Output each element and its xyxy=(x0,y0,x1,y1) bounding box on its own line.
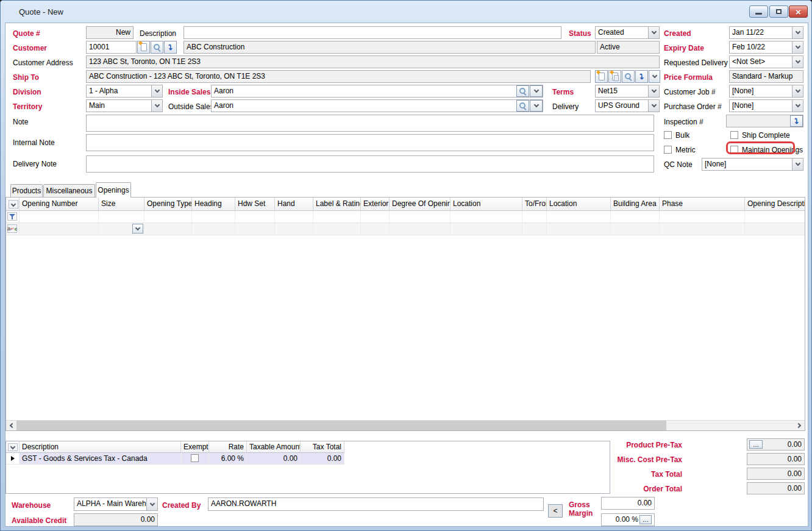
tax-description-cell[interactable]: GST - Goods & Services Tax - Canada xyxy=(20,453,181,465)
column-header[interactable]: Location xyxy=(547,198,611,211)
column-header[interactable]: Opening Number xyxy=(20,198,99,211)
tab-openings[interactable]: Openings xyxy=(96,182,131,198)
column-header[interactable]: Exterior xyxy=(361,198,390,211)
chevron-down-icon[interactable] xyxy=(151,100,162,112)
tax-row[interactable]: GST - Goods & Services Tax - Canada 6.00… xyxy=(6,453,610,465)
tax-exempt-cell[interactable] xyxy=(181,453,209,465)
minimize-button[interactable] xyxy=(749,5,768,18)
chevron-down-icon[interactable] xyxy=(648,85,659,97)
exempt-checkbox[interactable] xyxy=(191,454,199,462)
outside-sales-search-button[interactable] xyxy=(516,100,529,112)
filter-cell[interactable] xyxy=(745,211,805,223)
customer-new-button[interactable] xyxy=(137,41,150,54)
new-item-row[interactable]: a↵c xyxy=(6,223,805,235)
inside-sales-search-button[interactable] xyxy=(516,85,529,97)
new-row-cell[interactable] xyxy=(660,223,745,235)
ship-to-goto-button[interactable]: ↩ xyxy=(635,70,648,83)
qc-note-dropdown[interactable]: [None] xyxy=(702,158,803,171)
customer-job-dropdown[interactable]: [None] xyxy=(729,85,803,98)
new-row-cell[interactable] xyxy=(547,223,611,235)
outside-sales-input[interactable]: Aaron xyxy=(211,99,543,112)
division-dropdown[interactable]: 1 - Alpha xyxy=(86,85,163,98)
column-header[interactable]: Size xyxy=(99,198,144,211)
filter-cell[interactable] xyxy=(313,211,361,223)
new-row-cell[interactable] xyxy=(275,223,313,235)
column-header[interactable]: Hand xyxy=(275,198,313,211)
column-header[interactable]: Label & Rating xyxy=(313,198,361,211)
new-row-cell[interactable] xyxy=(361,223,390,235)
tax-column-chooser-button[interactable] xyxy=(6,441,20,453)
filter-cell[interactable] xyxy=(192,211,235,223)
gross-margin-amount-field[interactable]: 0.00 xyxy=(601,497,655,510)
new-row-cell[interactable] xyxy=(235,223,275,235)
chevron-down-icon[interactable] xyxy=(151,85,162,97)
new-row-cell[interactable] xyxy=(390,223,451,235)
column-header[interactable]: Degree Of Opening xyxy=(390,198,451,211)
new-row-cell[interactable] xyxy=(611,223,660,235)
inside-sales-input[interactable]: Aaron xyxy=(211,85,543,98)
expiry-date-dropdown[interactable]: Feb 10/22 xyxy=(729,41,803,54)
gross-margin-collapse-button[interactable]: < xyxy=(548,504,563,518)
column-header[interactable]: Hdw Set xyxy=(235,198,275,211)
new-row-cell[interactable] xyxy=(745,223,805,235)
chevron-down-icon[interactable] xyxy=(792,85,803,97)
filter-cell[interactable] xyxy=(660,211,745,223)
filter-cell[interactable] xyxy=(275,211,313,223)
new-row-cell[interactable] xyxy=(313,223,361,235)
scroll-right-button[interactable] xyxy=(794,421,805,430)
filter-cell[interactable] xyxy=(20,211,99,223)
filter-cell[interactable] xyxy=(390,211,451,223)
ship-to-dropdown-button[interactable] xyxy=(649,70,660,83)
ship-to-new-button[interactable] xyxy=(595,70,608,83)
chevron-down-icon[interactable] xyxy=(648,100,659,112)
restore-button[interactable] xyxy=(769,5,788,18)
chevron-down-icon[interactable] xyxy=(792,56,803,68)
tax-column-header[interactable]: Exempt xyxy=(181,441,209,453)
column-chooser-button[interactable] xyxy=(6,198,20,211)
new-row-cell[interactable] xyxy=(192,223,235,235)
column-header[interactable]: To/From xyxy=(522,198,547,211)
new-row-cell[interactable] xyxy=(451,223,522,235)
new-row-cell[interactable] xyxy=(522,223,547,235)
filter-cell[interactable] xyxy=(522,211,547,223)
territory-dropdown[interactable]: Main xyxy=(86,99,163,112)
new-row-cell[interactable] xyxy=(20,223,99,235)
column-header[interactable]: Opening Type xyxy=(144,198,192,211)
tab-products[interactable]: Products xyxy=(10,184,43,197)
openings-grid-horizontal-scrollbar[interactable] xyxy=(6,420,805,430)
new-row-cell[interactable] xyxy=(144,223,192,235)
tax-total-cell[interactable]: 0.00 xyxy=(301,453,344,465)
column-header[interactable]: Building Area xyxy=(611,198,660,211)
size-dropdown-button[interactable] xyxy=(132,224,143,233)
product-pretax-ellipsis-button[interactable]: … xyxy=(749,440,763,449)
inside-sales-dropdown-button[interactable] xyxy=(530,85,543,97)
delivery-dropdown[interactable]: UPS Ground xyxy=(595,99,660,112)
filter-row[interactable] xyxy=(6,211,805,223)
requested-delivery-dropdown[interactable]: <Not Set> xyxy=(729,55,803,68)
chevron-down-icon[interactable] xyxy=(792,41,803,53)
metric-checkbox[interactable] xyxy=(664,146,672,154)
customer-code-input[interactable]: 10001 xyxy=(86,41,137,54)
bulk-checkbox[interactable] xyxy=(664,131,672,139)
chevron-down-icon[interactable] xyxy=(648,27,659,38)
chevron-down-icon[interactable] xyxy=(146,498,157,510)
tax-column-header[interactable]: Rate xyxy=(209,441,247,453)
scroll-left-button[interactable] xyxy=(6,421,16,430)
filter-cell[interactable] xyxy=(547,211,611,223)
ship-complete-checkbox[interactable] xyxy=(730,131,738,139)
filter-cell[interactable] xyxy=(235,211,275,223)
note-input[interactable] xyxy=(86,115,654,132)
outside-sales-dropdown-button[interactable] xyxy=(530,100,543,112)
ship-to-edit-button[interactable] xyxy=(608,70,621,83)
column-header[interactable]: Heading xyxy=(192,198,235,211)
tax-column-header[interactable]: Tax Total xyxy=(301,441,344,453)
ship-to-search-button[interactable] xyxy=(622,70,635,83)
filter-cell[interactable] xyxy=(611,211,660,223)
tax-taxable-amount-cell[interactable]: 0.00 xyxy=(247,453,301,465)
internal-note-input[interactable] xyxy=(86,134,654,151)
delivery-note-input[interactable] xyxy=(86,155,654,173)
tax-column-header[interactable]: Description xyxy=(20,441,181,453)
new-row-cell-size[interactable] xyxy=(99,223,144,235)
created-date-dropdown[interactable]: Jan 11/22 xyxy=(729,26,803,39)
filter-cell[interactable] xyxy=(144,211,192,223)
